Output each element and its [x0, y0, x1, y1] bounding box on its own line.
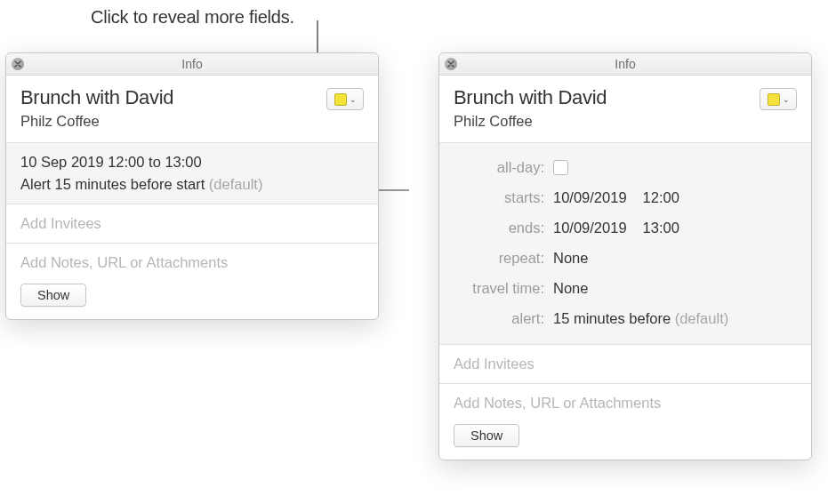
repeat-row: repeat: None — [454, 243, 797, 273]
end-time-value[interactable]: 13:00 — [643, 220, 679, 236]
event-title[interactable]: Brunch with David — [20, 86, 326, 109]
datetime-details-section: all-day: starts: 10/09/201912:00 ends: 1… — [439, 143, 811, 345]
alert-summary-main: Alert 15 minutes before start — [20, 176, 205, 192]
alert-value-suffix: (default) — [671, 310, 728, 326]
repeat-value[interactable]: None — [553, 250, 588, 267]
add-notes-placeholder[interactable]: Add Notes, URL or Attachments — [454, 395, 797, 412]
starts-row: starts: 10/09/201912:00 — [454, 182, 797, 212]
travel-time-label: travel time: — [454, 280, 553, 297]
alert-summary-suffix: (default) — [205, 176, 262, 192]
travel-time-value[interactable]: None — [553, 280, 588, 297]
start-date-value[interactable]: 10/09/2019 — [553, 189, 627, 205]
event-location[interactable]: Philz Coffee — [454, 113, 760, 130]
event-info-popover-expanded: Info Brunch with David Philz Coffee ⌄ al… — [438, 52, 812, 460]
alert-summary-text: Alert 15 minutes before start (default) — [20, 176, 364, 193]
caption-text: Click to reveal more fields. — [91, 7, 294, 28]
add-notes-placeholder[interactable]: Add Notes, URL or Attachments — [20, 254, 364, 271]
event-info-popover-compact: Info Brunch with David Philz Coffee ⌄ 10… — [5, 52, 379, 320]
event-title[interactable]: Brunch with David — [454, 86, 760, 109]
all-day-checkbox[interactable] — [553, 160, 568, 175]
chevron-down-icon: ⌄ — [783, 95, 790, 104]
alert-row: alert: 15 minutes before (default) — [454, 303, 797, 333]
end-date-value[interactable]: 10/09/2019 — [553, 220, 627, 236]
add-invitees-placeholder: Add Invitees — [20, 215, 364, 232]
notes-section: Add Notes, URL or Attachments Show — [439, 384, 811, 460]
ends-label: ends: — [454, 220, 553, 236]
window-title: Info — [6, 53, 378, 76]
calendar-swatch-icon — [768, 93, 780, 106]
travel-time-row: travel time: None — [454, 273, 797, 303]
all-day-row: all-day: — [454, 152, 797, 182]
invitees-section[interactable]: Add Invitees — [6, 204, 378, 244]
close-icon — [14, 60, 21, 68]
notes-section: Add Notes, URL or Attachments Show — [6, 244, 378, 319]
event-header: Brunch with David Philz Coffee ⌄ — [439, 76, 811, 143]
all-day-label: all-day: — [454, 159, 553, 176]
titlebar: Info — [439, 53, 811, 76]
close-button[interactable] — [12, 58, 24, 70]
ends-row: ends: 10/09/201913:00 — [454, 212, 797, 243]
alert-value[interactable]: 15 minutes before — [553, 310, 671, 326]
repeat-label: repeat: — [454, 250, 553, 267]
chevron-down-icon: ⌄ — [350, 95, 357, 104]
calendar-color-picker[interactable]: ⌄ — [760, 88, 797, 110]
close-button[interactable] — [445, 58, 457, 70]
show-button[interactable]: Show — [454, 424, 519, 447]
invitees-section[interactable]: Add Invitees — [439, 345, 811, 384]
alert-label: alert: — [454, 310, 553, 327]
start-time-value[interactable]: 12:00 — [643, 189, 679, 206]
date-summary-text: 10 Sep 2019 12:00 to 13:00 — [20, 154, 364, 171]
event-header: Brunch with David Philz Coffee ⌄ — [6, 76, 378, 143]
close-icon — [447, 60, 454, 68]
starts-label: starts: — [454, 189, 553, 206]
calendar-color-picker[interactable]: ⌄ — [326, 88, 364, 110]
show-button[interactable]: Show — [20, 284, 86, 307]
event-location[interactable]: Philz Coffee — [20, 113, 326, 130]
datetime-summary-section[interactable]: 10 Sep 2019 12:00 to 13:00 Alert 15 minu… — [6, 143, 378, 204]
add-invitees-placeholder: Add Invitees — [454, 356, 797, 372]
window-title: Info — [439, 53, 811, 76]
titlebar: Info — [6, 53, 378, 76]
calendar-swatch-icon — [334, 93, 347, 106]
